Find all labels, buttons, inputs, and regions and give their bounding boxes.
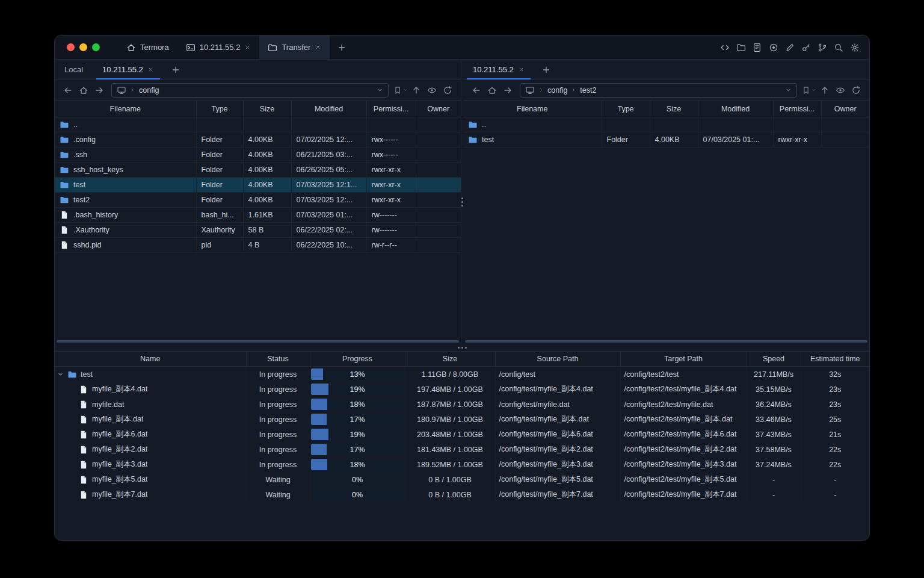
refresh-button[interactable] xyxy=(849,83,863,98)
path-breadcrumb[interactable]: config xyxy=(111,83,389,98)
column-header-size[interactable]: Size xyxy=(650,101,698,117)
column-header-modified[interactable]: Modified xyxy=(291,101,366,117)
refresh-button[interactable] xyxy=(440,83,455,98)
new-panel-tab-button[interactable] xyxy=(534,60,558,79)
tab-label: 10.211.55.2 xyxy=(473,65,514,74)
transfer-row[interactable]: myfile.dat In progress 18% 187.87MB / 1.… xyxy=(55,397,869,412)
column-header-owner[interactable]: Owner xyxy=(416,101,461,117)
progress-bar: 19% xyxy=(311,384,404,395)
minimize-window-button[interactable] xyxy=(79,43,87,51)
file-icon xyxy=(60,210,69,220)
file-row[interactable]: test Folder 4.00KB 07/03/2025 01:... rwx… xyxy=(463,132,869,148)
transfer-row[interactable]: myfile_副本7.dat Waiting 0% 0 B / 1.00GB /… xyxy=(55,487,869,502)
arrow-right-icon xyxy=(94,85,104,95)
file-row[interactable]: .. xyxy=(55,117,461,132)
breadcrumb-item[interactable]: test2 xyxy=(580,86,596,95)
bookmark-button[interactable] xyxy=(802,83,816,98)
chevron-down-icon[interactable] xyxy=(377,87,383,93)
tab-remote-host[interactable]: 10.211.55.2 xyxy=(93,60,164,79)
column-header-estimated-time[interactable]: Estimated time xyxy=(801,352,869,367)
tab-transfer[interactable]: Transfer xyxy=(259,36,330,59)
horizontal-scrollbar[interactable] xyxy=(57,340,459,343)
transfer-row[interactable]: myfile_副本3.dat In progress 18% 189.52MB … xyxy=(55,457,869,472)
folder-button[interactable] xyxy=(736,43,746,52)
transfer-row[interactable]: myfile_副本5.dat Waiting 0% 0 B / 1.00GB /… xyxy=(55,472,869,487)
record-button[interactable] xyxy=(769,43,778,52)
tab-host[interactable]: 10.211.55.2 xyxy=(177,36,260,59)
file-row[interactable]: sshd.pid pid 4 B 06/22/2025 10:... rw-r-… xyxy=(55,238,461,253)
parent-directory-button[interactable] xyxy=(818,83,832,98)
search-button[interactable] xyxy=(834,43,843,52)
edit-button[interactable] xyxy=(785,43,795,52)
folder-icon xyxy=(60,165,69,175)
horizontal-scrollbar[interactable] xyxy=(465,340,867,343)
column-header-owner[interactable]: Owner xyxy=(821,101,869,117)
column-header-filename[interactable]: Filename xyxy=(463,101,602,117)
column-header-type[interactable]: Type xyxy=(602,101,650,117)
keys-button[interactable] xyxy=(801,43,811,52)
file-row[interactable]: .Xauthority Xauthority 58 B 06/22/2025 0… xyxy=(55,223,461,238)
file-row[interactable]: test2 Folder 4.00KB 07/03/2025 12:... rw… xyxy=(55,193,461,208)
transfer-row[interactable]: myfile_副本.dat In progress 17% 180.97MB /… xyxy=(55,412,869,427)
folder-icon xyxy=(60,195,69,205)
tab-local[interactable]: Local xyxy=(55,60,93,79)
column-header-type[interactable]: Type xyxy=(196,101,243,117)
tab-label: Transfer xyxy=(282,43,310,52)
column-header-speed[interactable]: Speed xyxy=(747,352,801,367)
transfer-row[interactable]: myfile_副本2.dat In progress 17% 181.43MB … xyxy=(55,442,869,457)
expand-chevron-icon[interactable] xyxy=(57,371,64,378)
home-button[interactable] xyxy=(76,83,91,98)
parent-directory-button[interactable] xyxy=(409,83,424,98)
column-header-target-path[interactable]: Target Path xyxy=(620,352,747,367)
show-hidden-button[interactable] xyxy=(833,83,848,98)
back-button[interactable] xyxy=(61,83,75,98)
transfer-row[interactable]: test In progress 13% 1.11GB / 8.00GB /co… xyxy=(55,367,869,382)
column-header-source-path[interactable]: Source Path xyxy=(495,352,620,367)
scrollbar-thumb[interactable] xyxy=(465,340,867,343)
transfer-row[interactable]: myfile_副本4.dat In progress 19% 197.48MB … xyxy=(55,382,869,397)
column-header-progress[interactable]: Progress xyxy=(310,352,405,367)
column-header-size[interactable]: Size xyxy=(243,101,291,117)
file-row[interactable]: ssh_host_keys Folder 4.00KB 06/26/2025 0… xyxy=(55,163,461,178)
path-breadcrumb[interactable]: config test2 xyxy=(520,83,797,98)
file-row[interactable]: .. xyxy=(463,117,869,132)
new-panel-tab-button[interactable] xyxy=(164,60,188,79)
column-header-name[interactable]: Name xyxy=(55,352,246,367)
scrollbar-thumb[interactable] xyxy=(57,340,459,343)
column-header-modified[interactable]: Modified xyxy=(698,101,773,117)
column-header-status[interactable]: Status xyxy=(246,352,310,367)
close-tab-button[interactable] xyxy=(518,66,525,73)
home-button[interactable] xyxy=(485,83,499,98)
changelog-button[interactable] xyxy=(753,43,762,52)
breadcrumb-item[interactable]: config xyxy=(547,86,567,95)
column-header-filename[interactable]: Filename xyxy=(55,101,196,117)
column-header-size[interactable]: Size xyxy=(405,352,495,367)
file-row[interactable]: .config Folder 4.00KB 07/02/2025 12:... … xyxy=(55,132,461,148)
branch-button[interactable] xyxy=(818,43,827,52)
back-button[interactable] xyxy=(469,83,484,98)
breadcrumb-item[interactable]: config xyxy=(139,86,159,95)
close-tab-button[interactable] xyxy=(315,44,321,51)
close-tab-button[interactable] xyxy=(244,44,251,51)
tab-remote-host[interactable]: 10.211.55.2 xyxy=(463,60,534,79)
forward-button[interactable] xyxy=(92,83,106,98)
chevron-down-icon[interactable] xyxy=(785,87,792,93)
column-header-permissions[interactable]: Permissi... xyxy=(773,101,821,117)
transfer-splitter[interactable] xyxy=(55,344,869,351)
file-row[interactable]: test Folder 4.00KB 07/03/2025 12:1... rw… xyxy=(55,178,461,193)
maximize-window-button[interactable] xyxy=(92,43,100,51)
code-button[interactable] xyxy=(720,43,730,52)
new-tab-button[interactable] xyxy=(330,36,354,59)
tab-termora[interactable]: Termora xyxy=(118,36,177,59)
transfer-row[interactable]: myfile_副本6.dat In progress 19% 203.48MB … xyxy=(55,427,869,442)
close-tab-button[interactable] xyxy=(147,66,154,73)
close-window-button[interactable] xyxy=(67,43,75,51)
bookmark-button[interactable] xyxy=(393,83,408,98)
column-header-permissions[interactable]: Permissi... xyxy=(366,101,416,117)
show-hidden-button[interactable] xyxy=(425,83,439,98)
forward-button[interactable] xyxy=(500,83,515,98)
file-row[interactable]: .ssh Folder 4.00KB 06/21/2025 03:... rwx… xyxy=(55,148,461,163)
settings-button[interactable] xyxy=(850,43,860,52)
right-file-list: Filename Type Size Modified Permissi... … xyxy=(463,100,869,344)
file-row[interactable]: .bash_history bash_hi... 1.61KB 07/03/20… xyxy=(55,208,461,223)
